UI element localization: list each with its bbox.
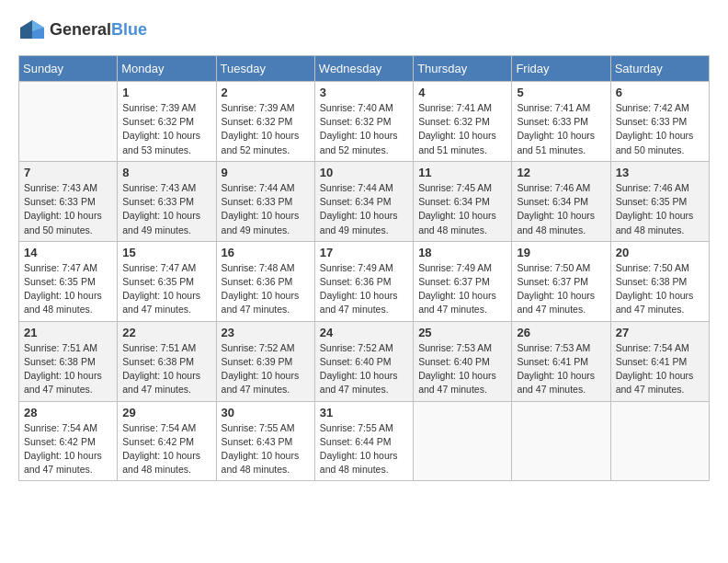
day-number: 20 xyxy=(616,246,704,259)
day-number: 25 xyxy=(418,326,506,339)
calendar-cell xyxy=(610,401,709,481)
calendar-cell: 13Sunrise: 7:46 AMSunset: 6:35 PMDayligh… xyxy=(610,161,709,241)
col-header-wednesday: Wednesday xyxy=(314,56,413,82)
day-info: Sunrise: 7:47 AMSunset: 6:35 PMDaylight:… xyxy=(24,261,112,317)
calendar-cell: 21Sunrise: 7:51 AMSunset: 6:38 PMDayligh… xyxy=(19,321,118,401)
day-info: Sunrise: 7:54 AMSunset: 6:42 PMDaylight:… xyxy=(24,421,112,477)
calendar-cell xyxy=(19,82,118,162)
week-row-2: 7Sunrise: 7:43 AMSunset: 6:33 PMDaylight… xyxy=(19,161,710,241)
day-number: 6 xyxy=(616,86,704,99)
day-info: Sunrise: 7:54 AMSunset: 6:42 PMDaylight:… xyxy=(122,421,210,477)
day-info: Sunrise: 7:55 AMSunset: 6:43 PMDaylight:… xyxy=(222,421,310,477)
week-row-5: 28Sunrise: 7:54 AMSunset: 6:42 PMDayligh… xyxy=(19,401,710,481)
calendar-cell: 12Sunrise: 7:46 AMSunset: 6:34 PMDayligh… xyxy=(512,161,610,241)
logo-text: GeneralBlue xyxy=(50,20,147,40)
day-info: Sunrise: 7:52 AMSunset: 6:40 PMDaylight:… xyxy=(320,341,408,397)
calendar-cell: 22Sunrise: 7:51 AMSunset: 6:38 PMDayligh… xyxy=(118,321,216,401)
day-number: 19 xyxy=(517,246,605,259)
day-number: 15 xyxy=(122,246,210,259)
col-header-monday: Monday xyxy=(118,56,216,82)
day-info: Sunrise: 7:49 AMSunset: 6:37 PMDaylight:… xyxy=(418,261,506,317)
day-number: 28 xyxy=(24,406,112,419)
calendar-cell: 30Sunrise: 7:55 AMSunset: 6:43 PMDayligh… xyxy=(216,401,314,481)
day-info: Sunrise: 7:54 AMSunset: 6:41 PMDaylight:… xyxy=(616,341,704,397)
calendar-cell: 18Sunrise: 7:49 AMSunset: 6:37 PMDayligh… xyxy=(414,241,512,321)
col-header-friday: Friday xyxy=(512,56,610,82)
calendar-cell: 5Sunrise: 7:41 AMSunset: 6:33 PMDaylight… xyxy=(512,82,610,162)
day-number: 3 xyxy=(320,86,408,99)
calendar-cell: 4Sunrise: 7:41 AMSunset: 6:32 PMDaylight… xyxy=(414,82,512,162)
day-info: Sunrise: 7:53 AMSunset: 6:40 PMDaylight:… xyxy=(418,341,506,397)
calendar-cell: 31Sunrise: 7:55 AMSunset: 6:44 PMDayligh… xyxy=(314,401,413,481)
calendar-cell: 3Sunrise: 7:40 AMSunset: 6:32 PMDaylight… xyxy=(314,82,413,162)
day-number: 11 xyxy=(418,166,506,179)
day-info: Sunrise: 7:39 AMSunset: 6:32 PMDaylight:… xyxy=(222,101,310,157)
day-number: 21 xyxy=(24,326,112,339)
day-number: 26 xyxy=(517,326,605,339)
header-row: SundayMondayTuesdayWednesdayThursdayFrid… xyxy=(19,56,710,82)
calendar-cell: 14Sunrise: 7:47 AMSunset: 6:35 PMDayligh… xyxy=(19,241,118,321)
day-info: Sunrise: 7:53 AMSunset: 6:41 PMDaylight:… xyxy=(517,341,605,397)
calendar-cell: 1Sunrise: 7:39 AMSunset: 6:32 PMDaylight… xyxy=(118,82,216,162)
day-info: Sunrise: 7:42 AMSunset: 6:33 PMDaylight:… xyxy=(616,101,704,157)
day-info: Sunrise: 7:43 AMSunset: 6:33 PMDaylight:… xyxy=(24,181,112,237)
day-info: Sunrise: 7:46 AMSunset: 6:35 PMDaylight:… xyxy=(616,181,704,237)
calendar-cell: 28Sunrise: 7:54 AMSunset: 6:42 PMDayligh… xyxy=(19,401,118,481)
day-number: 27 xyxy=(616,326,704,339)
calendar-cell: 16Sunrise: 7:48 AMSunset: 6:36 PMDayligh… xyxy=(216,241,314,321)
day-info: Sunrise: 7:51 AMSunset: 6:38 PMDaylight:… xyxy=(122,341,210,397)
calendar-cell: 2Sunrise: 7:39 AMSunset: 6:32 PMDaylight… xyxy=(216,82,314,162)
logo-blue: Blue xyxy=(111,20,147,39)
calendar-cell: 29Sunrise: 7:54 AMSunset: 6:42 PMDayligh… xyxy=(118,401,216,481)
calendar-cell: 24Sunrise: 7:52 AMSunset: 6:40 PMDayligh… xyxy=(314,321,413,401)
day-info: Sunrise: 7:40 AMSunset: 6:32 PMDaylight:… xyxy=(320,101,408,157)
calendar-cell: 25Sunrise: 7:53 AMSunset: 6:40 PMDayligh… xyxy=(414,321,512,401)
day-number: 29 xyxy=(122,406,210,419)
day-number: 9 xyxy=(222,166,310,179)
logo: GeneralBlue xyxy=(18,18,147,40)
col-header-saturday: Saturday xyxy=(610,56,709,82)
day-info: Sunrise: 7:41 AMSunset: 6:33 PMDaylight:… xyxy=(517,101,605,157)
svg-marker-1 xyxy=(20,20,32,39)
day-number: 12 xyxy=(517,166,605,179)
calendar-cell: 6Sunrise: 7:42 AMSunset: 6:33 PMDaylight… xyxy=(610,82,709,162)
col-header-thursday: Thursday xyxy=(414,56,512,82)
week-row-4: 21Sunrise: 7:51 AMSunset: 6:38 PMDayligh… xyxy=(19,321,710,401)
day-info: Sunrise: 7:48 AMSunset: 6:36 PMDaylight:… xyxy=(222,261,310,317)
week-row-1: 1Sunrise: 7:39 AMSunset: 6:32 PMDaylight… xyxy=(19,82,710,162)
day-info: Sunrise: 7:50 AMSunset: 6:37 PMDaylight:… xyxy=(517,261,605,317)
day-number: 17 xyxy=(320,246,408,259)
day-info: Sunrise: 7:50 AMSunset: 6:38 PMDaylight:… xyxy=(616,261,704,317)
day-number: 4 xyxy=(418,86,506,99)
calendar-cell xyxy=(512,401,610,481)
calendar-cell: 8Sunrise: 7:43 AMSunset: 6:33 PMDaylight… xyxy=(118,161,216,241)
day-number: 5 xyxy=(517,86,605,99)
calendar-cell: 7Sunrise: 7:43 AMSunset: 6:33 PMDaylight… xyxy=(19,161,118,241)
col-header-sunday: Sunday xyxy=(19,56,118,82)
col-header-tuesday: Tuesday xyxy=(216,56,314,82)
day-number: 2 xyxy=(222,86,310,99)
day-info: Sunrise: 7:52 AMSunset: 6:39 PMDaylight:… xyxy=(222,341,310,397)
logo-general: General xyxy=(50,20,111,39)
day-info: Sunrise: 7:41 AMSunset: 6:32 PMDaylight:… xyxy=(418,101,506,157)
day-number: 31 xyxy=(320,406,408,419)
logo-icon xyxy=(18,18,46,40)
week-row-3: 14Sunrise: 7:47 AMSunset: 6:35 PMDayligh… xyxy=(19,241,710,321)
day-number: 8 xyxy=(122,166,210,179)
day-info: Sunrise: 7:39 AMSunset: 6:32 PMDaylight:… xyxy=(122,101,210,157)
day-info: Sunrise: 7:46 AMSunset: 6:34 PMDaylight:… xyxy=(517,181,605,237)
day-info: Sunrise: 7:45 AMSunset: 6:34 PMDaylight:… xyxy=(418,181,506,237)
day-info: Sunrise: 7:49 AMSunset: 6:36 PMDaylight:… xyxy=(320,261,408,317)
day-info: Sunrise: 7:44 AMSunset: 6:34 PMDaylight:… xyxy=(320,181,408,237)
calendar-cell: 23Sunrise: 7:52 AMSunset: 6:39 PMDayligh… xyxy=(216,321,314,401)
calendar-cell: 11Sunrise: 7:45 AMSunset: 6:34 PMDayligh… xyxy=(414,161,512,241)
day-info: Sunrise: 7:47 AMSunset: 6:35 PMDaylight:… xyxy=(122,261,210,317)
day-info: Sunrise: 7:43 AMSunset: 6:33 PMDaylight:… xyxy=(122,181,210,237)
day-number: 30 xyxy=(222,406,310,419)
calendar-cell: 17Sunrise: 7:49 AMSunset: 6:36 PMDayligh… xyxy=(314,241,413,321)
day-number: 22 xyxy=(122,326,210,339)
day-info: Sunrise: 7:51 AMSunset: 6:38 PMDaylight:… xyxy=(24,341,112,397)
calendar-cell: 19Sunrise: 7:50 AMSunset: 6:37 PMDayligh… xyxy=(512,241,610,321)
day-number: 13 xyxy=(616,166,704,179)
header: GeneralBlue xyxy=(18,18,710,40)
